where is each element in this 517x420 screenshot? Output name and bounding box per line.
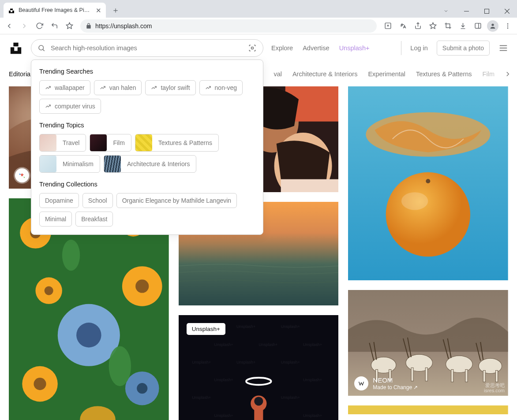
- search-container: Trending Searches wallapaper van halen t…: [31, 39, 263, 57]
- nav-advertise[interactable]: Advertise: [303, 45, 329, 52]
- svg-point-71: [426, 179, 431, 183]
- back-button[interactable]: [3, 19, 16, 33]
- chip-van-halen[interactable]: van halen: [94, 80, 142, 95]
- browser-chrome: Beautiful Free Images & Pictur ✕ ＋ https…: [0, 0, 517, 34]
- tile-yellow[interactable]: [348, 405, 508, 414]
- chip-breakfast[interactable]: Breakfast: [75, 212, 113, 227]
- topic-editorial[interactable]: Editorial: [9, 71, 32, 78]
- chip-wallapaper[interactable]: wallapaper: [39, 80, 90, 95]
- svg-point-10: [491, 23, 494, 26]
- svg-point-28: [76, 323, 101, 347]
- bookmark-star-button[interactable]: [63, 19, 76, 33]
- chip-textures[interactable]: Textures & Patterns: [135, 134, 219, 152]
- star-icon[interactable]: [426, 19, 439, 33]
- topics-scroll-right-button[interactable]: [491, 62, 517, 86]
- svg-rect-80: [451, 369, 453, 382]
- search-icon: [37, 44, 45, 52]
- attrib-title: NEOM: [373, 376, 418, 384]
- address-bar[interactable]: https://unsplash.com: [80, 19, 377, 33]
- close-window-button[interactable]: [497, 4, 517, 18]
- trending-searches-chips: wallapaper van halen taylor swift non-ve…: [39, 80, 255, 114]
- svg-text:Unsplash+: Unsplash+: [258, 342, 277, 347]
- svg-text:Unsplash+: Unsplash+: [214, 413, 233, 418]
- unsplash-favicon-icon: [8, 7, 15, 14]
- topic-partial[interactable]: val: [273, 71, 282, 78]
- svg-rect-81: [465, 369, 468, 382]
- trending-searches-title: Trending Searches: [39, 68, 255, 75]
- share-icon[interactable]: [411, 19, 424, 33]
- tab-close-icon[interactable]: ✕: [96, 7, 101, 14]
- sidepanel-icon[interactable]: [471, 19, 484, 33]
- svg-text:Unsplash+: Unsplash+: [214, 378, 233, 382]
- svg-rect-84: [496, 370, 498, 382]
- profile-button[interactable]: [486, 19, 499, 33]
- svg-marker-4: [66, 22, 72, 28]
- download-icon[interactable]: [456, 19, 469, 33]
- chip-organic-elegance[interactable]: Organic Elegance by Mathilde Langevin: [116, 193, 237, 208]
- new-tab-button[interactable]: ＋: [109, 4, 122, 16]
- plus-badge-icon: [15, 168, 29, 182]
- visual-search-icon[interactable]: [248, 44, 257, 52]
- watermark: 爱思考吧 isres.com: [484, 383, 505, 393]
- chip-taylor-swift[interactable]: taylor swift: [145, 80, 195, 95]
- svg-point-85: [357, 379, 366, 388]
- search-input[interactable]: [51, 45, 243, 52]
- svg-rect-1: [484, 9, 489, 13]
- svg-text:Unsplash+: Unsplash+: [281, 395, 300, 400]
- tile-oryx[interactable]: NEOM Made to Change ↗ 爱思考吧 isres.com: [348, 290, 508, 396]
- crop-icon[interactable]: [441, 19, 454, 33]
- chip-computer-virus[interactable]: computer virus: [39, 99, 101, 114]
- tile-orange[interactable]: [348, 86, 508, 280]
- svg-rect-45: [281, 179, 338, 192]
- chip-architecture[interactable]: Architecture & Interiors: [104, 155, 196, 173]
- browser-tab[interactable]: Beautiful Free Images & Pictur ✕: [4, 3, 106, 18]
- gallery-col-3: NEOM Made to Change ↗ 爱思考吧 isres.com: [348, 86, 508, 420]
- svg-point-82: [479, 358, 502, 373]
- browser-toolbar: https://unsplash.com: [0, 18, 517, 34]
- undo-button[interactable]: [48, 19, 61, 33]
- svg-point-69: [386, 172, 470, 256]
- svg-rect-65: [254, 408, 263, 420]
- chip-film[interactable]: Film: [90, 134, 131, 152]
- chip-minimal[interactable]: Minimal: [39, 212, 72, 227]
- chevron-down-icon[interactable]: [436, 4, 456, 18]
- topic-architecture[interactable]: Architecture & Interiors: [292, 71, 357, 78]
- window-controls: [436, 4, 517, 18]
- trending-collections-chips: Dopamine School Organic Elegance by Math…: [39, 193, 255, 227]
- svg-point-39: [109, 346, 131, 386]
- translate-icon[interactable]: [396, 19, 409, 33]
- tile-astronaut[interactable]: Unsplash+Unsplash+Unsplash+ Unsplash+Uns…: [179, 315, 339, 420]
- tab-strip: Beautiful Free Images & Pictur ✕ ＋: [0, 0, 517, 18]
- header-right: Log in Submit a photo: [401, 41, 508, 56]
- minimize-button[interactable]: [456, 4, 476, 18]
- trending-collections-section: Trending Collections Dopamine School Org…: [39, 181, 255, 227]
- svg-point-11: [507, 23, 509, 25]
- search-box[interactable]: [31, 39, 263, 57]
- svg-text:Unsplash+: Unsplash+: [236, 360, 255, 364]
- login-link[interactable]: Log in: [410, 45, 428, 52]
- chip-dopamine[interactable]: Dopamine: [39, 193, 79, 208]
- chip-non-veg[interactable]: non-veg: [199, 80, 243, 95]
- divider: [401, 41, 401, 55]
- install-app-icon[interactable]: [381, 19, 394, 33]
- kebab-menu-icon[interactable]: [501, 19, 514, 33]
- unsplash-logo-icon[interactable]: [9, 41, 23, 55]
- hamburger-menu-icon[interactable]: [498, 43, 508, 53]
- maximize-button[interactable]: [476, 4, 497, 18]
- svg-point-14: [39, 45, 44, 50]
- lock-icon: [86, 23, 92, 29]
- chip-travel[interactable]: Travel: [39, 134, 86, 152]
- reload-button[interactable]: [33, 19, 46, 33]
- nav-explore[interactable]: Explore: [271, 45, 293, 52]
- nav-unsplash-plus[interactable]: Unsplash+: [339, 45, 370, 52]
- trending-topics-title: Trending Topics: [39, 122, 255, 129]
- svg-point-36: [137, 383, 147, 394]
- svg-point-38: [62, 240, 80, 271]
- submit-photo-button[interactable]: Submit a photo: [437, 41, 490, 56]
- topic-experimental[interactable]: Experimental: [368, 71, 405, 78]
- chip-school[interactable]: School: [82, 193, 113, 208]
- forward-button[interactable]: [18, 19, 31, 33]
- topic-textures[interactable]: Textures & Patterns: [416, 71, 472, 78]
- svg-text:Unsplash+: Unsplash+: [281, 324, 300, 329]
- chip-minimalism[interactable]: Minimalism: [39, 155, 100, 173]
